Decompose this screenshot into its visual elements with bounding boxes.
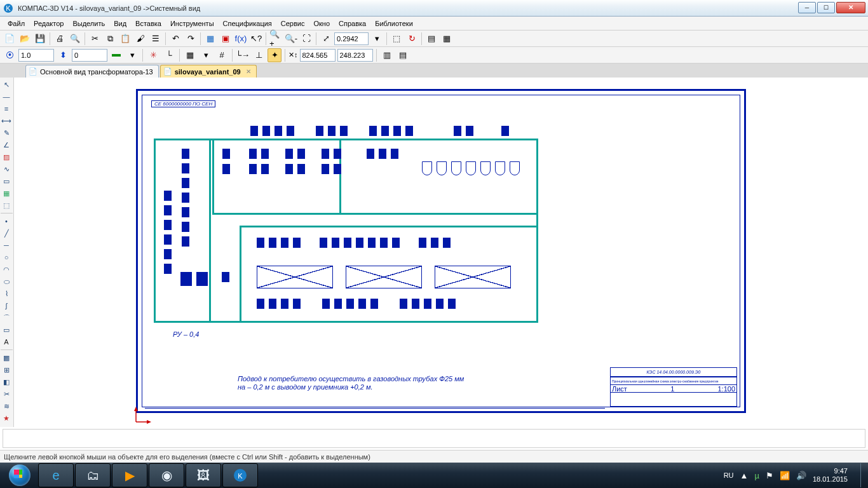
- properties-button[interactable]: ☰: [149, 32, 163, 46]
- tool-segment[interactable]: ─: [0, 240, 13, 251]
- line-color-button[interactable]: [109, 48, 123, 62]
- format-painter-button[interactable]: 🖌: [133, 32, 147, 46]
- help-cursor-button[interactable]: ↖?: [249, 32, 263, 46]
- tool-strut[interactable]: ≡: [0, 103, 13, 114]
- menu-service[interactable]: Сервис: [277, 18, 309, 29]
- snap-button[interactable]: ✳: [146, 48, 160, 62]
- tool-angle[interactable]: ∠: [0, 139, 13, 151]
- tool-point[interactable]: •: [0, 215, 13, 227]
- tool-table[interactable]: ▦: [0, 187, 13, 199]
- state-combo2[interactable]: [72, 49, 107, 62]
- tool-assoc[interactable]: ◧: [0, 376, 13, 388]
- menu-tools[interactable]: Инструменты: [166, 18, 218, 29]
- copy-button[interactable]: ⧉: [103, 32, 117, 46]
- tool-hatch2[interactable]: ▩: [0, 352, 13, 363]
- tray-lang[interactable]: RU: [724, 471, 734, 479]
- tool-dim[interactable]: ⟷: [0, 115, 13, 126]
- refresh-button[interactable]: ↻: [405, 32, 419, 46]
- grid-toggle-button[interactable]: ▦: [183, 48, 197, 62]
- menu-spec[interactable]: Спецификация: [219, 18, 276, 29]
- paste-button[interactable]: 📋: [118, 32, 132, 46]
- taskbar-kompas[interactable]: K: [222, 463, 258, 487]
- tray-sound-icon[interactable]: 🔊: [796, 471, 806, 480]
- undo-button[interactable]: ↶: [168, 32, 182, 46]
- menu-edit[interactable]: Редактор: [30, 18, 67, 29]
- tray-utorrent-icon[interactable]: µ: [754, 471, 759, 480]
- tool-text2[interactable]: A: [0, 336, 13, 348]
- windows-cascade-button[interactable]: ▤: [424, 32, 438, 46]
- coord-x-input[interactable]: [300, 49, 336, 62]
- tool-line[interactable]: —: [0, 91, 13, 102]
- window-maximize-button[interactable]: [817, 2, 835, 13]
- local-cs-button[interactable]: └→: [236, 48, 250, 62]
- menu-view[interactable]: Вид: [110, 18, 130, 29]
- taskbar-media[interactable]: ▶: [112, 463, 147, 487]
- tool-spline[interactable]: ∿: [0, 163, 13, 175]
- taskbar-ie[interactable]: e: [38, 463, 74, 487]
- tab-close-icon[interactable]: ✕: [246, 68, 251, 75]
- menu-help[interactable]: Справка: [335, 18, 370, 29]
- menu-file[interactable]: Файл: [4, 18, 29, 29]
- tool-bezier[interactable]: ∫: [0, 300, 13, 311]
- windows-tile-button[interactable]: ▦: [440, 32, 454, 46]
- snap-mode-button[interactable]: ✦: [268, 48, 281, 62]
- tool-select[interactable]: ↖: [0, 79, 13, 90]
- fx-button[interactable]: f(x): [234, 32, 248, 46]
- ortho-mode-button[interactable]: ⊥: [252, 48, 266, 62]
- tool-view[interactable]: ⬚: [0, 200, 13, 211]
- tool-hatch[interactable]: ▨: [0, 151, 13, 163]
- taskbar-explorer[interactable]: 🗂: [75, 463, 111, 487]
- tool-equid[interactable]: ≋: [0, 400, 13, 412]
- tb-extra1[interactable]: ▥: [380, 48, 394, 62]
- zoom-area-button[interactable]: ⛶: [299, 32, 313, 46]
- cut-button[interactable]: ✂: [88, 32, 102, 46]
- tool-polyline[interactable]: ⌇: [0, 288, 13, 299]
- window-minimize-button[interactable]: [798, 2, 816, 13]
- grid-snap-button[interactable]: #: [215, 48, 229, 62]
- layer-button[interactable]: ▾: [125, 48, 139, 62]
- document-tab[interactable]: 📄 Основной вид трансформатора-13: [25, 65, 159, 78]
- variable-button[interactable]: ▣: [219, 32, 233, 46]
- print-button[interactable]: 🖨: [53, 32, 67, 46]
- tool-ellipse[interactable]: ⬭: [0, 276, 13, 287]
- manager-button[interactable]: ▦: [203, 32, 217, 46]
- menu-insert[interactable]: Вставка: [132, 18, 165, 29]
- document-tab-active[interactable]: 📄 silovaya_variant_09 ✕: [160, 65, 257, 78]
- tool-sheet[interactable]: ▭: [0, 175, 13, 187]
- tray-clock[interactable]: 9:47 18.01.2015: [813, 467, 851, 484]
- new-button[interactable]: 📄: [3, 32, 17, 46]
- tray-flag-icon[interactable]: ▲: [740, 471, 749, 480]
- menu-window[interactable]: Окно: [309, 18, 334, 29]
- tool-aux-line[interactable]: ╱: [0, 227, 13, 239]
- state-combo1[interactable]: [18, 49, 54, 62]
- open-button[interactable]: 📂: [18, 32, 32, 46]
- zoom-input[interactable]: [334, 32, 369, 45]
- dim-style-button[interactable]: ⬍: [56, 48, 70, 62]
- redo-button[interactable]: ↷: [184, 32, 198, 46]
- menu-libs[interactable]: Библиотеки: [371, 18, 417, 29]
- start-button[interactable]: [3, 463, 37, 487]
- zoom-in-button[interactable]: 🔍+: [269, 32, 283, 46]
- tool-break[interactable]: ✂: [0, 388, 13, 400]
- drawing-canvas[interactable]: СЕ 6000000000 ПО СЕН: [14, 78, 868, 427]
- tool-rect[interactable]: ▭: [0, 324, 13, 336]
- zoom-dropdown[interactable]: ▾: [370, 32, 384, 46]
- grid-dropdown[interactable]: ▾: [199, 48, 213, 62]
- tb-extra2[interactable]: ▤: [396, 48, 410, 62]
- window-close-button[interactable]: [836, 2, 865, 13]
- menu-select[interactable]: Выделить: [69, 18, 109, 29]
- tool-arc[interactable]: ◠: [0, 264, 13, 275]
- tray-network-icon[interactable]: 📶: [780, 471, 790, 480]
- tool-fillet[interactable]: ⌒: [0, 312, 13, 323]
- zoom-out-button[interactable]: 🔍-: [284, 32, 298, 46]
- save-button[interactable]: 💾: [33, 32, 47, 46]
- tool-circle[interactable]: ○: [0, 252, 13, 263]
- tool-text[interactable]: ✎: [0, 127, 13, 139]
- preview-button[interactable]: 🔍: [68, 32, 82, 46]
- show-desktop-button[interactable]: [860, 463, 865, 487]
- cursor-mode-button[interactable]: ⦿: [3, 48, 17, 62]
- ortho-button[interactable]: └: [162, 48, 176, 62]
- coord-y-input[interactable]: [337, 49, 373, 62]
- pan-button[interactable]: ⬚: [390, 32, 403, 46]
- tray-action-icon[interactable]: ⚑: [766, 471, 773, 480]
